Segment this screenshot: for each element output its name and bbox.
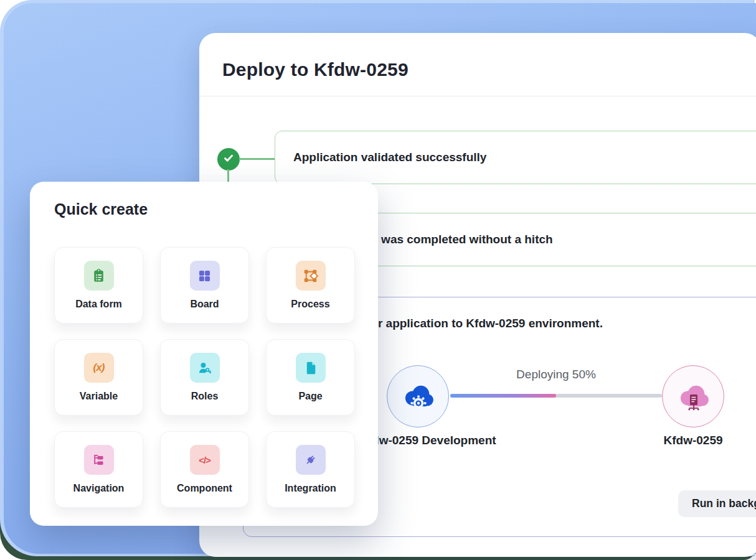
tile-component[interactable]: </> Component [160, 431, 249, 508]
gear-icon [409, 394, 428, 413]
tile-data-form[interactable]: Data form [54, 247, 143, 324]
validation-status-card: Application validated successfully [275, 131, 756, 184]
tile-page[interactable]: Page [266, 339, 355, 416]
screenshot-stage: Deploy to Kfdw-0259 Application validate… [0, 0, 756, 560]
tile-navigation[interactable]: Navigation [54, 431, 143, 508]
clipboard-icon [84, 261, 114, 291]
target-environment-node [662, 365, 724, 427]
variable-glyph: (x) [93, 362, 105, 374]
modal-title: Deploy to Kfdw-0259 [222, 59, 409, 80]
tile-label: Data form [75, 299, 122, 310]
tile-label: Component [177, 483, 232, 494]
navigation-icon [84, 445, 114, 475]
roles-icon [190, 353, 220, 383]
component-glyph: </> [199, 455, 210, 465]
run-in-background-button[interactable]: Run in background [678, 490, 756, 517]
server-rack-icon [683, 393, 704, 413]
tile-variable[interactable]: (x) Variable [54, 339, 143, 416]
quick-create-title: Quick create [54, 200, 148, 218]
component-code-icon: </> [190, 445, 220, 475]
validation-status-text: Application validated successfully [293, 151, 486, 164]
tile-label: Variable [80, 391, 118, 402]
integration-plug-icon [296, 445, 326, 475]
header-divider [199, 96, 756, 96]
quick-create-panel: Quick create [30, 182, 378, 526]
tile-label: Integration [285, 483, 336, 494]
progress-bar-fill [450, 394, 556, 398]
check-icon [222, 151, 235, 167]
tile-label: Process [291, 299, 329, 310]
tile-board[interactable]: Board [160, 247, 249, 324]
tile-label: Navigation [73, 483, 125, 494]
page-icon [296, 353, 326, 383]
progress-label: Deploying 50% [450, 368, 662, 381]
tile-process[interactable]: Process [266, 247, 355, 324]
tile-roles[interactable]: Roles [160, 339, 249, 416]
board-grid-icon [190, 261, 220, 291]
tile-integration[interactable]: Integration [266, 431, 355, 508]
target-environment-label: Kfdw-0259 [631, 434, 755, 447]
variable-icon: (x) [84, 353, 114, 383]
tile-label: Roles [191, 391, 219, 402]
tile-label: Board [190, 299, 219, 310]
source-environment-label: Kfdw-0259 Development [359, 434, 484, 447]
success-check-badge [217, 148, 240, 170]
source-environment-node [387, 365, 449, 427]
quick-create-grid: Data form Board [54, 247, 355, 508]
timeline-connector-horizontal [239, 158, 275, 160]
process-icon [296, 261, 326, 291]
progress-bar [450, 394, 662, 398]
tile-label: Page [298, 391, 322, 402]
